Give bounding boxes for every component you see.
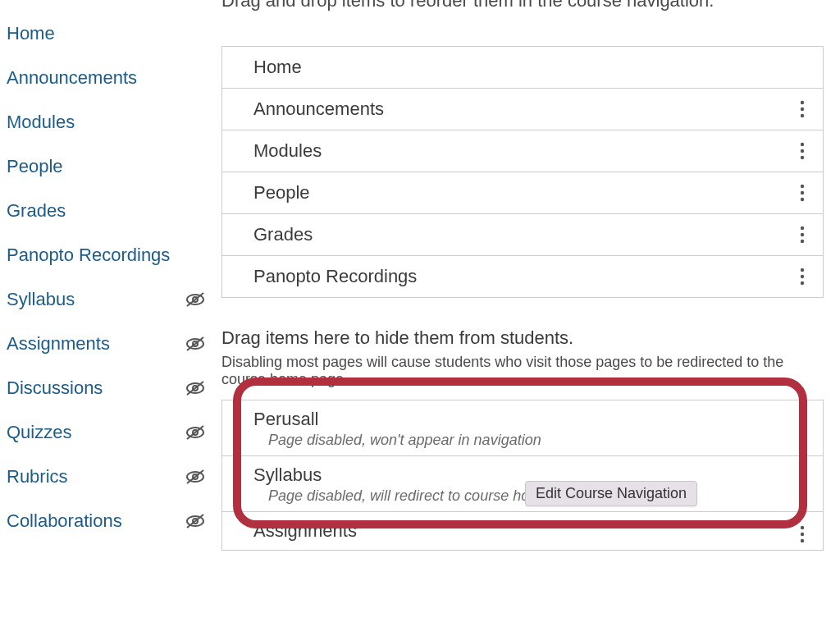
- sidebar-item-label: Quizzes: [7, 422, 71, 443]
- sidebar-item-label: Announcements: [7, 67, 137, 89]
- sidebar-item-modules[interactable]: Modules: [7, 100, 221, 144]
- sidebar-item-label: People: [7, 156, 63, 177]
- svg-point-41: [801, 539, 804, 542]
- sidebar-item-label: Collaborations: [7, 510, 122, 532]
- sidebar-item-home[interactable]: Home: [7, 11, 221, 56]
- sidebar-item-announcements[interactable]: Announcements: [7, 56, 221, 100]
- nav-row-modules[interactable]: Modules: [222, 130, 823, 172]
- sidebar-item-collaborations[interactable]: Collaborations: [7, 499, 221, 543]
- nav-row-panopto[interactable]: Panopto Recordings: [222, 256, 823, 297]
- svg-point-23: [801, 156, 804, 159]
- sidebar-item-assignments[interactable]: Assignments: [7, 322, 221, 366]
- nav-row-label: Announcements: [253, 98, 384, 120]
- kebab-icon[interactable]: [800, 100, 805, 118]
- svg-point-28: [801, 233, 804, 236]
- kebab-icon[interactable]: [800, 414, 805, 432]
- hidden-icon: [185, 291, 205, 308]
- svg-point-37: [801, 477, 804, 480]
- hidden-row-assignments[interactable]: Assignments: [222, 512, 823, 550]
- main-content: Drag and drop items to reorder them in t…: [221, 0, 840, 636]
- svg-point-31: [801, 275, 804, 278]
- drag-instruction: Drag and drop items to reorder them in t…: [221, 0, 824, 11]
- svg-point-20: [801, 114, 804, 117]
- kebab-icon[interactable]: [800, 226, 805, 244]
- hidden-icon: [185, 469, 205, 485]
- svg-point-34: [801, 421, 804, 424]
- sidebar-item-rubrics[interactable]: Rubrics: [7, 455, 221, 499]
- hidden-nav-list: Perusall Page disabled, won't appear in …: [221, 400, 824, 551]
- hidden-section-subtext: Disabling most pages will cause students…: [221, 354, 824, 388]
- sidebar-item-quizzes[interactable]: Quizzes: [7, 410, 221, 455]
- nav-row-grades[interactable]: Grades: [222, 214, 823, 256]
- sidebar-item-label: Panopto Recordings: [7, 245, 170, 266]
- kebab-icon[interactable]: [800, 184, 805, 202]
- kebab-icon[interactable]: [800, 525, 805, 543]
- nav-row-label: People: [253, 182, 310, 204]
- svg-point-26: [801, 198, 804, 201]
- svg-point-38: [801, 483, 804, 487]
- hidden-row-label: Perusall: [253, 409, 541, 430]
- hidden-icon: [185, 336, 205, 352]
- nav-row-label: Grades: [253, 224, 313, 245]
- course-sidebar: Home Announcements Modules People Grades…: [0, 0, 221, 636]
- sidebar-item-label: Grades: [7, 200, 66, 222]
- hidden-icon: [185, 513, 205, 529]
- enabled-nav-list: Home Announcements Modules People: [221, 46, 824, 298]
- hidden-row-syllabus[interactable]: Syllabus Page disabled, will redirect to…: [222, 456, 823, 512]
- sidebar-item-label: Syllabus: [7, 289, 75, 310]
- sidebar-item-discussions[interactable]: Discussions: [7, 366, 221, 410]
- svg-point-22: [801, 149, 804, 153]
- hidden-row-perusall[interactable]: Perusall Page disabled, won't appear in …: [222, 400, 823, 456]
- nav-row-label: Modules: [253, 140, 322, 162]
- svg-point-40: [801, 533, 804, 536]
- svg-point-33: [801, 414, 804, 418]
- svg-point-29: [801, 240, 804, 243]
- sidebar-item-panopto[interactable]: Panopto Recordings: [7, 233, 221, 277]
- hidden-icon: [185, 380, 205, 396]
- svg-point-25: [801, 191, 804, 194]
- hidden-section-header: Drag items here to hide them from studen…: [221, 327, 824, 349]
- nav-row-label: Panopto Recordings: [253, 266, 417, 287]
- svg-point-39: [801, 526, 804, 529]
- kebab-icon[interactable]: [800, 268, 805, 286]
- nav-row-label: Home: [253, 57, 302, 78]
- nav-row-people[interactable]: People: [222, 172, 823, 214]
- nav-row-announcements[interactable]: Announcements: [222, 89, 823, 130]
- svg-point-19: [801, 108, 804, 111]
- nav-row-home[interactable]: Home: [222, 47, 823, 89]
- sidebar-item-label: Modules: [7, 112, 75, 133]
- hidden-icon: [185, 424, 205, 441]
- sidebar-item-label: Assignments: [7, 333, 110, 355]
- svg-point-27: [801, 226, 804, 230]
- sidebar-item-grades[interactable]: Grades: [7, 189, 221, 233]
- sidebar-item-syllabus[interactable]: Syllabus: [7, 277, 221, 322]
- kebab-icon[interactable]: [800, 469, 805, 487]
- tooltip-edit-navigation: Edit Course Navigation: [525, 481, 697, 506]
- svg-point-32: [801, 281, 804, 285]
- hidden-row-subtext: Page disabled, won't appear in navigatio…: [268, 432, 541, 449]
- svg-point-18: [801, 101, 804, 104]
- hidden-row-label: Assignments: [253, 520, 357, 542]
- svg-point-21: [801, 143, 804, 146]
- svg-point-36: [801, 470, 804, 474]
- svg-point-35: [801, 428, 804, 431]
- sidebar-item-label: Rubrics: [7, 466, 68, 487]
- svg-point-24: [801, 185, 804, 188]
- svg-point-30: [801, 268, 804, 272]
- sidebar-item-label: Home: [7, 23, 55, 44]
- sidebar-item-people[interactable]: People: [7, 144, 221, 189]
- kebab-icon[interactable]: [800, 142, 805, 160]
- sidebar-item-label: Discussions: [7, 377, 103, 399]
